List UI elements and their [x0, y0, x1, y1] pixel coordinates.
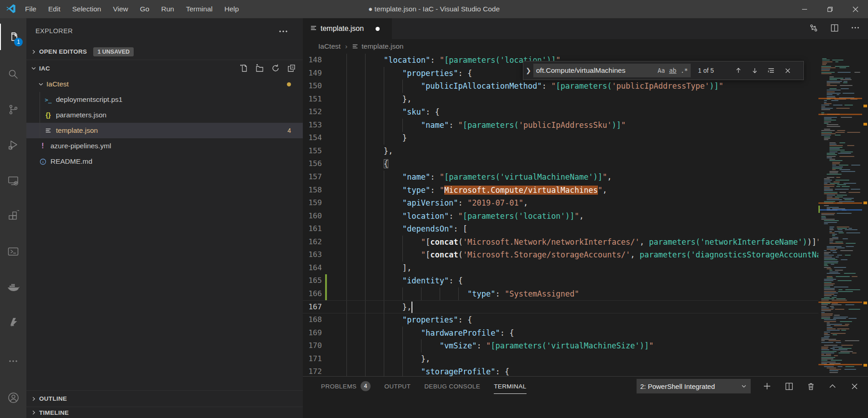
line-number[interactable]: 156 [303, 157, 322, 171]
workspace-section[interactable]: IAC [26, 60, 303, 76]
code-line-166[interactable]: 166 "type": "SystemAssigned" [303, 287, 818, 301]
kill-terminal-icon[interactable] [805, 381, 816, 392]
line-number[interactable]: 163 [303, 248, 322, 262]
menu-terminal[interactable]: Terminal [180, 0, 219, 18]
menu-run[interactable]: Run [155, 0, 180, 18]
more-actions-icon[interactable] [851, 23, 860, 34]
code-line-160[interactable]: 160 "location": "[parameters('location')… [303, 210, 818, 223]
file-deploymentscript.ps1[interactable]: >_deploymentscript.ps1 [26, 92, 303, 107]
code-line-155[interactable]: 155 }, [303, 145, 818, 158]
line-number[interactable]: 150 [303, 80, 322, 93]
line-number[interactable]: 169 [303, 327, 322, 340]
activity-docker-icon[interactable] [0, 274, 26, 300]
line-number[interactable]: 159 [303, 196, 322, 210]
line-number[interactable]: 157 [303, 171, 322, 184]
activity-ellipsis-icon[interactable] [0, 348, 26, 374]
code-editor[interactable]: 148 "location": "[parameters('location')… [303, 54, 818, 376]
folder-IaCtest[interactable]: IaCtest [26, 76, 303, 92]
toggle-replace-icon[interactable]: ❯ [523, 67, 533, 74]
split-editor-icon[interactable] [830, 24, 839, 34]
line-number[interactable]: 148 [303, 54, 322, 67]
unsaved-dot-icon[interactable] [376, 27, 380, 31]
code-line-161[interactable]: 161 "dependsOn": [ [303, 222, 818, 236]
open-changes-icon[interactable] [809, 23, 818, 35]
code-line-163[interactable]: 163 "[concat('Microsoft.Storage/storageA… [303, 248, 818, 262]
line-number[interactable]: 153 [303, 119, 322, 132]
menu-file[interactable]: File [19, 0, 42, 18]
activity-search-icon[interactable] [0, 61, 26, 87]
line-number[interactable]: 158 [303, 184, 322, 197]
activity-source-control-icon[interactable] [0, 96, 26, 123]
next-match-icon[interactable] [750, 65, 760, 76]
panel-tab-output[interactable]: OUTPUT [384, 377, 411, 396]
open-editors-section[interactable]: OPEN EDITORS 1 UNSAVED [26, 44, 303, 60]
timeline-section[interactable]: TIMELINE [26, 407, 303, 418]
code-line-170[interactable]: 170 "vmSize": "[parameters('virtualMachi… [303, 339, 818, 353]
code-line-154[interactable]: 154 } [303, 131, 818, 145]
line-number[interactable]: 167 [303, 301, 322, 314]
code-line-168[interactable]: 168 "properties": { [303, 313, 818, 327]
panel-tab-problems[interactable]: PROBLEMS4 [321, 377, 371, 396]
file-parameters.json[interactable]: {}parameters.json [26, 107, 303, 123]
file-template.json[interactable]: template.json4 [26, 123, 303, 138]
panel-tab-terminal[interactable]: TERMINAL [494, 377, 526, 396]
code-line-162[interactable]: 162 "[concat('Microsoft.Network/networkI… [303, 236, 818, 249]
collapse-all-icon[interactable] [286, 63, 296, 73]
code-line-164[interactable]: 164 ], [303, 262, 818, 275]
split-terminal-icon[interactable] [783, 381, 794, 392]
terminal-picker-dropdown[interactable]: 2: PowerShell Integrated [637, 379, 751, 393]
activity-account-icon[interactable] [0, 384, 26, 411]
code-line-159[interactable]: 159 "apiVersion": "2019-07-01", [303, 196, 818, 210]
new-folder-icon[interactable] [255, 63, 265, 73]
find-in-selection-icon[interactable] [766, 65, 776, 76]
whole-word-icon[interactable]: ab [669, 67, 676, 74]
activity-extensions-icon[interactable] [0, 203, 26, 229]
line-number[interactable]: 149 [303, 67, 322, 80]
breadcrumb-folder[interactable]: IaCtest [318, 42, 341, 50]
line-number[interactable]: 164 [303, 262, 322, 275]
regex-icon[interactable]: .* [681, 67, 688, 74]
line-number[interactable]: 152 [303, 106, 322, 119]
code-line-150[interactable]: 150 "publicIpAllocationMethod": "[parame… [303, 80, 818, 93]
overview-ruler[interactable] [862, 54, 868, 376]
line-number[interactable]: 165 [303, 274, 322, 287]
code-line-167[interactable]: 167 }, [303, 300, 818, 313]
code-line-153[interactable]: 153 "name": "[parameters('publicIpAddres… [303, 119, 818, 132]
file-azure-pipelines.yml[interactable]: !azure-pipelines.yml [26, 138, 303, 154]
menu-help[interactable]: Help [219, 0, 245, 18]
new-terminal-icon[interactable] [762, 381, 773, 392]
close-panel-icon[interactable] [849, 381, 860, 392]
breadcrumb-file[interactable]: template.json [361, 42, 403, 50]
minimap[interactable] [818, 54, 862, 376]
restore-button[interactable] [817, 0, 843, 18]
refresh-icon[interactable] [271, 63, 281, 73]
activity-azure-icon[interactable] [0, 309, 26, 336]
menu-go[interactable]: Go [134, 0, 156, 18]
tab-template-json[interactable]: template.json [303, 18, 392, 39]
line-number[interactable]: 154 [303, 131, 322, 145]
outline-section[interactable]: OUTLINE [26, 390, 303, 407]
activity-remote-explorer-icon[interactable] [0, 167, 26, 194]
menu-view[interactable]: View [107, 0, 134, 18]
activity-powershell-icon[interactable] [0, 238, 26, 265]
code-line-151[interactable]: 151 }, [303, 93, 818, 106]
line-number[interactable]: 162 [303, 236, 322, 249]
line-number[interactable]: 172 [303, 365, 322, 376]
code-line-171[interactable]: 171 }, [303, 353, 818, 366]
code-line-156[interactable]: 156 { [303, 157, 818, 171]
maximize-panel-icon[interactable] [827, 381, 838, 392]
code-line-158[interactable]: 158 "type": "Microsoft.Compute/virtualMa… [303, 184, 818, 197]
menu-edit[interactable]: Edit [42, 0, 66, 18]
file-README.md[interactable]: README.md [26, 154, 303, 169]
line-number[interactable]: 170 [303, 339, 322, 353]
menu-selection[interactable]: Selection [66, 0, 107, 18]
line-number[interactable]: 155 [303, 145, 322, 158]
close-window-button[interactable] [843, 0, 868, 18]
code-line-169[interactable]: 169 "hardwareProfile": { [303, 327, 818, 340]
panel-tab-debug-console[interactable]: DEBUG CONSOLE [424, 377, 480, 396]
line-number[interactable]: 151 [303, 93, 322, 106]
new-file-icon[interactable] [239, 63, 249, 73]
line-number[interactable]: 160 [303, 210, 322, 223]
code-line-157[interactable]: 157 "name": "[parameters('virtualMachine… [303, 171, 818, 184]
close-find-icon[interactable] [783, 65, 793, 76]
